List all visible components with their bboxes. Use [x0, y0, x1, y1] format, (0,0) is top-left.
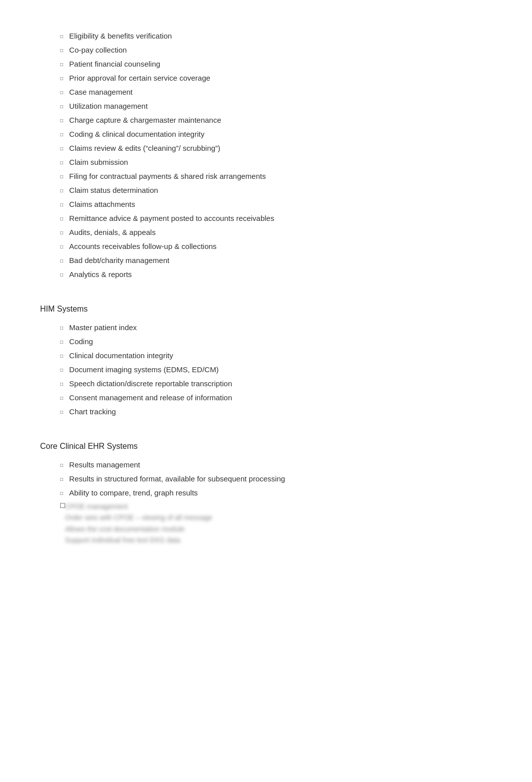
core-clinical-list: □Results management□Results in structure…	[60, 459, 492, 499]
list-item-text: Prior approval for certain service cover…	[69, 72, 210, 84]
list-item: □Claim status determination	[60, 184, 492, 196]
list-item: □Master patient index	[60, 322, 492, 334]
list-item-text: Charge capture & chargemaster maintenanc…	[69, 114, 221, 126]
bullet-icon: □	[60, 159, 63, 167]
bullet-icon: □	[60, 366, 63, 374]
list-item: □Utilization management	[60, 100, 492, 112]
list-item: □Results management	[60, 459, 492, 471]
list-item: □Consent management and release of infor…	[60, 392, 492, 404]
list-item-text: Master patient index	[69, 322, 137, 334]
list-item-text: Consent management and release of inform…	[69, 392, 232, 404]
bullet-icon: □	[60, 215, 63, 223]
list-item-text: Patient financial counseling	[69, 58, 160, 70]
list-item-text: Remittance advice & payment posted to ac…	[69, 212, 274, 224]
bullet-icon: □	[60, 461, 63, 469]
list-item-text: Speech dictation/discrete reportable tra…	[69, 378, 232, 390]
bullet-icon: □	[60, 33, 63, 41]
core-clinical-title: Core Clinical EHR Systems	[40, 442, 492, 451]
list-item-text: Ability to compare, trend, graph results	[69, 487, 198, 499]
list-item: □Filing for contractual payments & share…	[60, 170, 492, 182]
list-item-text: Results in structured format, available …	[69, 473, 285, 485]
section-revenue-cycle: □Eligibility & benefits verification□Co-…	[40, 30, 492, 281]
list-item: □Claim submission	[60, 156, 492, 168]
list-item: □Patient financial counseling	[60, 58, 492, 70]
blurred-bullet-icon: □	[60, 501, 65, 510]
list-item: □Claims attachments	[60, 198, 492, 210]
blurred-line-1: CPOE management	[65, 501, 212, 512]
list-item: □Case management	[60, 86, 492, 98]
list-item-text: Case management	[69, 86, 133, 98]
list-item-text: Audits, denials, & appeals	[69, 226, 156, 238]
list-item-text: Co-pay collection	[69, 44, 127, 56]
list-item: □Ability to compare, trend, graph result…	[60, 487, 492, 499]
list-item-text: Clinical documentation integrity	[69, 350, 173, 362]
bullet-icon: □	[60, 352, 63, 360]
blurred-line-3: Allows the cost documentation module	[65, 524, 212, 535]
bullet-icon: □	[60, 229, 63, 237]
list-item-text: Coding	[69, 336, 93, 348]
list-item: □Prior approval for certain service cove…	[60, 72, 492, 84]
blurred-line-4: Support individual free text EKG data	[65, 535, 212, 546]
list-item: □Claims review & edits (“cleaning”/ scru…	[60, 142, 492, 154]
list-item: □Audits, denials, & appeals	[60, 226, 492, 238]
bullet-icon: □	[60, 475, 63, 483]
list-item-text: Filing for contractual payments & shared…	[69, 170, 266, 182]
list-item: □Coding & clinical documentation integri…	[60, 128, 492, 140]
list-item: □Eligibility & benefits verification	[60, 30, 492, 42]
list-item-text: Document imaging systems (EDMS, ED/CM)	[69, 364, 218, 376]
list-item: □Coding	[60, 336, 492, 348]
bullet-icon: □	[60, 394, 63, 402]
bullet-icon: □	[60, 61, 63, 69]
him-systems-list: □Master patient index□Coding□Clinical do…	[60, 322, 492, 418]
list-item: □Charge capture & chargemaster maintenan…	[60, 114, 492, 126]
section-core-clinical: Core Clinical EHR Systems □Results manag…	[40, 442, 492, 546]
list-item-text: Bad debt/charity management	[69, 254, 169, 267]
list-item-text: Claim status determination	[69, 184, 158, 196]
bullet-icon: □	[60, 257, 63, 265]
bullet-icon: □	[60, 408, 63, 416]
bullet-icon: □	[60, 145, 63, 153]
list-item-text: Analytics & reports	[69, 269, 132, 281]
list-item: □Bad debt/charity management	[60, 254, 492, 267]
list-item-text: Claims review & edits (“cleaning”/ scrub…	[69, 142, 220, 154]
bullet-icon: □	[60, 131, 63, 139]
bullet-icon: □	[60, 489, 63, 497]
bullet-icon: □	[60, 47, 63, 55]
list-item: □Co-pay collection	[60, 44, 492, 56]
blurred-text-block: CPOE management Order sets with CPOE – v…	[65, 501, 212, 546]
bullet-icon: □	[60, 380, 63, 388]
bullet-icon: □	[60, 338, 63, 346]
bullet-icon: □	[60, 75, 63, 83]
list-item-text: Utilization management	[69, 100, 148, 112]
bullet-icon: □	[60, 103, 63, 111]
list-item: □Clinical documentation integrity	[60, 350, 492, 362]
list-item: □Remittance advice & payment posted to a…	[60, 212, 492, 224]
bullet-icon: □	[60, 271, 63, 279]
list-item-text: Chart tracking	[69, 406, 116, 418]
blurred-line-2: Order sets with CPOE – viewing of all me…	[65, 512, 212, 523]
bullet-icon: □	[60, 187, 63, 195]
list-item: □Results in structured format, available…	[60, 473, 492, 485]
bullet-icon: □	[60, 201, 63, 209]
list-item-text: Claim submission	[69, 156, 128, 168]
revenue-cycle-list: □Eligibility & benefits verification□Co-…	[60, 30, 492, 281]
list-item: □Analytics & reports	[60, 269, 492, 281]
list-item-text: Results management	[69, 459, 140, 471]
list-item-text: Claims attachments	[69, 198, 135, 210]
list-item: □Chart tracking	[60, 406, 492, 418]
bullet-icon: □	[60, 324, 63, 332]
blurred-content-block: □ CPOE management Order sets with CPOE –…	[60, 501, 492, 546]
him-systems-title: HIM Systems	[40, 305, 492, 314]
bullet-icon: □	[60, 173, 63, 181]
bullet-icon: □	[60, 117, 63, 125]
list-item-text: Eligibility & benefits verification	[69, 30, 172, 42]
list-item-text: Coding & clinical documentation integrit…	[69, 128, 204, 140]
bullet-icon: □	[60, 243, 63, 251]
list-item: □Document imaging systems (EDMS, ED/CM)	[60, 364, 492, 376]
section-him-systems: HIM Systems □Master patient index□Coding…	[40, 305, 492, 418]
bullet-icon: □	[60, 89, 63, 97]
list-item-text: Accounts receivables follow-up & collect…	[69, 240, 216, 252]
list-item: □Speech dictation/discrete reportable tr…	[60, 378, 492, 390]
list-item: □Accounts receivables follow-up & collec…	[60, 240, 492, 252]
